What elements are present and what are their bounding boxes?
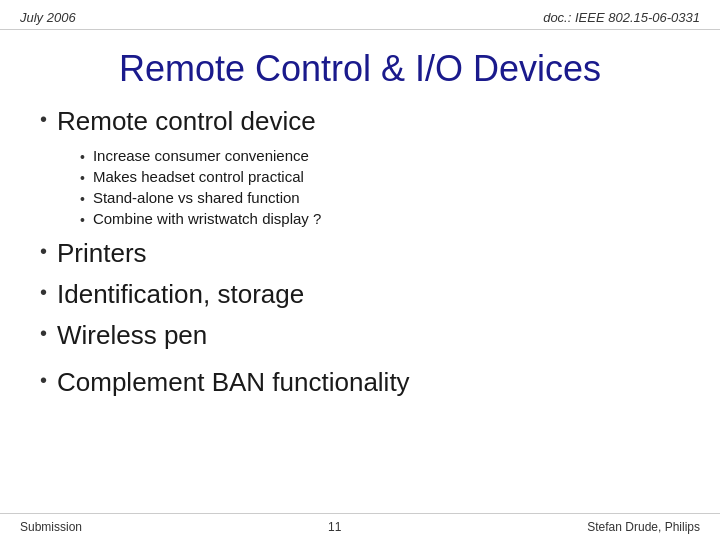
bullet-wireless-pen: • Wireless pen	[40, 320, 680, 351]
bullet-dot-5: •	[40, 369, 47, 392]
sub-text-1: Increase consumer convenience	[93, 147, 309, 164]
sub-dot-2: •	[80, 170, 85, 186]
footer-author: Stefan Drude, Philips	[587, 520, 700, 534]
header-bar: July 2006 doc.: IEEE 802.15-06-0331	[0, 0, 720, 30]
content-area: • Remote control device • Increase consu…	[0, 106, 720, 398]
header-doc: doc.: IEEE 802.15-06-0331	[543, 10, 700, 25]
bullet-dot-2: •	[40, 240, 47, 263]
bullet-complement: • Complement BAN functionality	[40, 367, 680, 398]
printers-text: Printers	[57, 238, 147, 269]
sub-bullets-remote: • Increase consumer convenience • Makes …	[80, 147, 680, 228]
bullet-identification: • Identification, storage	[40, 279, 680, 310]
sub-bullet-3: • Stand-alone vs shared function	[80, 189, 680, 207]
identification-text: Identification, storage	[57, 279, 304, 310]
sub-text-3: Stand-alone vs shared function	[93, 189, 300, 206]
footer-bar: Submission 11 Stefan Drude, Philips	[0, 513, 720, 540]
bullet-dot-1: •	[40, 108, 47, 131]
sub-dot-1: •	[80, 149, 85, 165]
sub-text-2: Makes headset control practical	[93, 168, 304, 185]
wireless-pen-text: Wireless pen	[57, 320, 207, 351]
bullet-remote-control: • Remote control device	[40, 106, 680, 137]
sub-bullet-1: • Increase consumer convenience	[80, 147, 680, 165]
slide: July 2006 doc.: IEEE 802.15-06-0331 Remo…	[0, 0, 720, 540]
complement-text: Complement BAN functionality	[57, 367, 410, 398]
bullet-dot-3: •	[40, 281, 47, 304]
header-date: July 2006	[20, 10, 76, 25]
sub-bullet-4: • Combine with wristwatch display ?	[80, 210, 680, 228]
sub-dot-4: •	[80, 212, 85, 228]
slide-title: Remote Control & I/O Devices	[20, 48, 700, 90]
sub-dot-3: •	[80, 191, 85, 207]
sub-text-4: Combine with wristwatch display ?	[93, 210, 321, 227]
footer-submission: Submission	[20, 520, 82, 534]
bullet-dot-4: •	[40, 322, 47, 345]
remote-control-text: Remote control device	[57, 106, 316, 137]
sub-bullet-2: • Makes headset control practical	[80, 168, 680, 186]
bullet-printers: • Printers	[40, 238, 680, 269]
footer-page: 11	[328, 520, 341, 534]
